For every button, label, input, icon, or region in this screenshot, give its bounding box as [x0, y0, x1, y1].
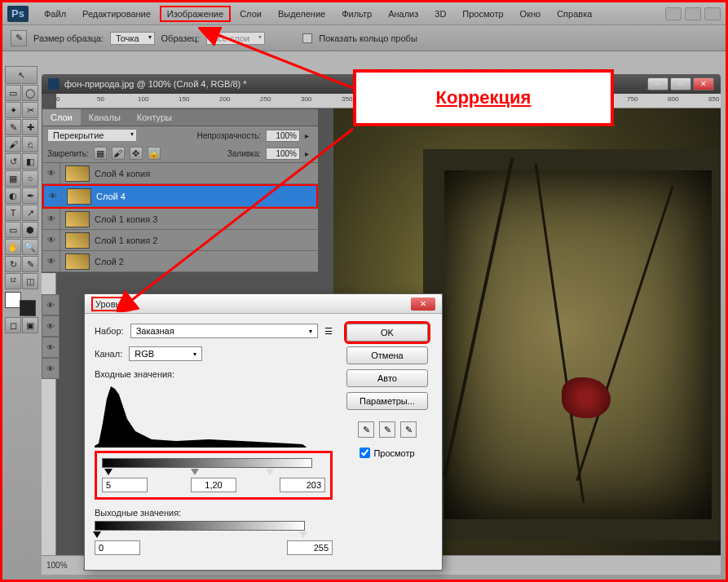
menu-analysis[interactable]: Анализ — [381, 6, 426, 22]
layer-thumbnail[interactable] — [65, 211, 90, 227]
visibility-icon[interactable] — [42, 337, 60, 358]
move-tool[interactable]: ↖ — [5, 66, 38, 84]
lock-transparency[interactable]: ▦ — [94, 147, 107, 160]
layer-thumbnail[interactable] — [67, 188, 91, 205]
bridge-icon[interactable] — [685, 7, 701, 20]
visibility-icon[interactable] — [42, 294, 60, 315]
menu-help[interactable]: Справка — [549, 6, 599, 22]
layer-item[interactable]: Слой 2 — [42, 251, 318, 272]
tab-paths[interactable]: Контуры — [129, 109, 180, 126]
menu-3d[interactable]: 3D — [427, 6, 453, 22]
blur-tool[interactable]: ○ — [22, 170, 38, 187]
midtone-input[interactable] — [191, 478, 236, 492]
eyedropper-tool[interactable]: ✎ — [5, 119, 21, 135]
shape-tool[interactable]: ▭ — [5, 222, 21, 238]
window-maximize[interactable]: ▭ — [670, 77, 691, 90]
quickmask-tool[interactable]: ◻ — [5, 317, 21, 333]
pen-tool[interactable]: ✒ — [22, 187, 38, 204]
type-tool[interactable]: T — [5, 205, 21, 221]
visibility-icon[interactable] — [42, 230, 60, 250]
preset-menu-icon[interactable]: ☰ — [324, 326, 333, 337]
ok-button[interactable]: OK — [346, 324, 428, 342]
eraser-tool[interactable]: ◧ — [22, 153, 38, 170]
output-gradient[interactable] — [95, 521, 305, 531]
menu-layer[interactable]: Слои — [232, 6, 269, 22]
window-close[interactable]: ✕ — [693, 77, 714, 90]
gradient-tool[interactable]: ▦ — [5, 170, 21, 187]
menu-select[interactable]: Выделение — [271, 6, 333, 22]
layer-name[interactable]: Слой 2 — [95, 257, 318, 267]
preset-dropdown[interactable]: Заказная — [130, 324, 318, 338]
sample-dropdown[interactable]: Все слои — [206, 32, 265, 45]
menu-view[interactable]: Просмотр — [455, 6, 510, 22]
path-tool[interactable]: ↗ — [22, 205, 38, 221]
layer-name[interactable]: Слой 1 копия 2 — [95, 236, 318, 245]
visibility-icon[interactable] — [44, 186, 62, 206]
zoom-tool[interactable]: 🔍 — [22, 239, 38, 255]
dodge-tool[interactable]: ◐ — [5, 187, 21, 204]
menu-edit[interactable]: Редактирование — [75, 6, 158, 22]
layer-thumbnail[interactable] — [65, 232, 90, 249]
screenmode-tool[interactable]: ▣ — [22, 317, 38, 333]
visibility-icon[interactable] — [42, 209, 60, 229]
midtone-slider[interactable] — [191, 469, 199, 475]
zoom-level[interactable]: 100% — [46, 561, 68, 570]
count-tool[interactable]: ¹² — [5, 273, 21, 289]
visibility-icon[interactable] — [42, 315, 60, 337]
sample-size-dropdown[interactable]: Точка — [110, 32, 155, 45]
lock-all[interactable]: 🔒 — [148, 147, 161, 160]
history-brush[interactable]: ↺ — [5, 153, 21, 170]
shadow-slider[interactable] — [104, 469, 113, 475]
layer-item[interactable]: Слой 1 копия 2 — [42, 230, 318, 251]
preview-checkbox[interactable] — [360, 448, 370, 458]
layer-thumbnail[interactable] — [65, 165, 90, 182]
layer-item[interactable]: Слой 4 копия — [42, 163, 318, 184]
hand-tool[interactable]: ✋ — [5, 239, 21, 255]
opacity-input[interactable]: 100% — [266, 130, 300, 142]
notes-tool[interactable]: ✎ — [22, 256, 38, 272]
output-black-slider[interactable] — [93, 531, 101, 538]
options-button[interactable]: Параметры... — [346, 392, 428, 410]
visibility-icon[interactable] — [42, 251, 60, 271]
3d-tool[interactable]: ⬢ — [22, 222, 38, 238]
output-white-input[interactable] — [287, 540, 333, 555]
output-black-input[interactable] — [95, 540, 140, 555]
cancel-button[interactable]: Отмена — [346, 346, 428, 364]
highlight-slider[interactable] — [266, 469, 274, 475]
ring-checkbox[interactable] — [302, 33, 312, 43]
layer-thumbnail[interactable] — [65, 254, 90, 270]
layer-name[interactable]: Слой 1 копия 3 — [95, 214, 318, 224]
eyedropper-tool-icon[interactable]: ✎ — [11, 30, 27, 46]
color-swatches[interactable] — [5, 292, 36, 316]
dialog-close-button[interactable]: ✕ — [411, 298, 435, 311]
input-gradient[interactable] — [102, 458, 312, 468]
shadow-input[interactable] — [102, 478, 148, 492]
arrange-icon[interactable] — [704, 7, 721, 20]
workspace-icon[interactable] — [665, 7, 682, 20]
highlight-input[interactable] — [280, 478, 325, 492]
menu-filter[interactable]: Фильтр — [334, 6, 379, 22]
menu-image[interactable]: Изображение — [160, 6, 231, 22]
layer-name[interactable]: Слой 4 — [96, 192, 316, 201]
lock-paint[interactable]: 🖌 — [112, 147, 125, 160]
wand-tool[interactable]: ✦ — [5, 102, 21, 118]
tab-layers[interactable]: Слои — [42, 109, 81, 126]
blend-mode-dropdown[interactable]: Перекрытие — [47, 129, 137, 142]
slice-tool[interactable]: ◫ — [22, 273, 38, 289]
visibility-icon[interactable] — [42, 163, 60, 183]
visibility-icon[interactable] — [42, 358, 60, 379]
heal-tool[interactable]: ✚ — [22, 119, 38, 135]
window-minimize[interactable]: — — [647, 77, 668, 90]
layer-name[interactable]: Слой 4 копия — [95, 169, 318, 179]
menu-window[interactable]: Окно — [513, 6, 549, 22]
dialog-titlebar[interactable]: Уровни ✕ — [85, 294, 442, 314]
fill-input[interactable]: 100% — [266, 148, 300, 160]
marquee-tool[interactable]: ▭ — [5, 85, 21, 101]
menu-file[interactable]: Файл — [37, 6, 73, 22]
layer-item[interactable]: Слой 1 копия 3 — [42, 209, 318, 230]
tab-channels[interactable]: Каналы — [81, 109, 129, 126]
lock-position[interactable]: ✥ — [130, 147, 143, 160]
white-eyedropper-icon[interactable]: ✎ — [400, 421, 417, 438]
stamp-tool[interactable]: ⎌ — [22, 136, 38, 152]
brush-tool[interactable]: 🖌 — [5, 136, 21, 152]
